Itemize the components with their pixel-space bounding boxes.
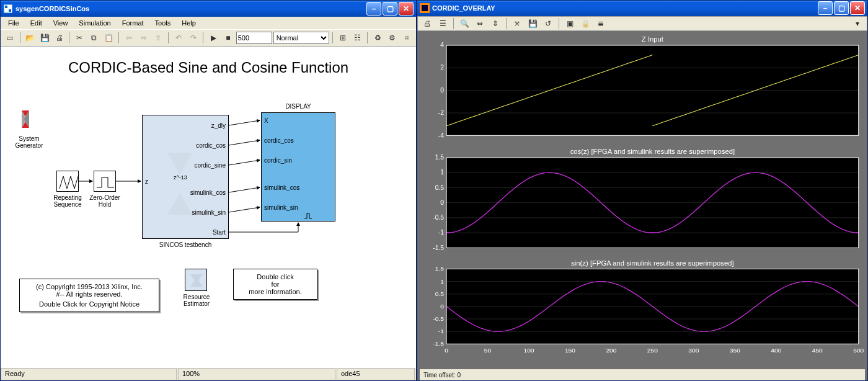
open-icon[interactable]: 📂	[24, 31, 37, 45]
svg-text:1.5: 1.5	[435, 154, 444, 161]
svg-text:300: 300	[688, 347, 699, 354]
svg-text:250: 250	[647, 347, 658, 354]
disp-in-ssin: simulink_sin	[264, 204, 298, 211]
undo-icon: ↶	[172, 31, 185, 45]
help-icon[interactable]: ▾	[851, 17, 864, 30]
menu-simulation[interactable]: Simulation	[74, 18, 115, 28]
zoom-in-icon[interactable]: 🔍	[458, 17, 471, 30]
titlebar-simulink[interactable]: sysgenCORDICSinCos – ▢ ✕	[1, 1, 416, 17]
scope-plot-2[interactable]: -1.5-1-0.500.511.5sin(z) [FPGA and simul…	[420, 258, 865, 369]
svg-text:150: 150	[565, 347, 576, 354]
model-canvas[interactable]: CORDIC-Based Sine and Cosine Function Sy…	[1, 47, 416, 367]
disp-in-ccos: cordic_cos	[264, 137, 294, 144]
stop-time-field[interactable]	[236, 32, 272, 44]
svg-text:2: 2	[440, 64, 444, 71]
zoom-x-icon[interactable]: ⇔	[473, 17, 487, 30]
autoscale-icon[interactable]: ⤧	[510, 17, 524, 30]
title-text: sysgenCORDICSinCos	[16, 5, 366, 12]
play-icon[interactable]: ▶	[206, 31, 220, 45]
copyright-note[interactable]: (c) Copyright 1995-2013 Xilinx, Inc. #--…	[19, 279, 159, 312]
svg-text:cos(z)     [FPGA and simulink : cos(z) [FPGA and simulink results are su…	[570, 147, 735, 155]
menu-tools[interactable]: Tools	[150, 18, 176, 28]
menu-format[interactable]: Format	[117, 18, 149, 28]
sincos-out-ssin: simulink_sin	[192, 209, 226, 216]
svg-text:1: 1	[440, 169, 444, 176]
zero-order-hold-block[interactable]	[94, 171, 116, 192]
trigger-icon	[304, 212, 312, 220]
scope-toolbar: 🖨 ☰ 🔍 ⇔ ⇕ ⤧ 💾 ↺ ▣ 🔒 ≣ ▾	[417, 16, 867, 31]
titlebar-scope[interactable]: CORDIC_OVERLAY – ▢ ✕	[417, 1, 867, 16]
status-solver: ode45	[337, 368, 415, 380]
more-info-note[interactable]: Double click for more information.	[233, 269, 317, 300]
model-explorer-icon[interactable]: ☷	[351, 31, 365, 45]
stop-icon[interactable]: ■	[221, 31, 235, 45]
disp-in-csin: cordic_sin	[264, 157, 292, 164]
scope-plot-0[interactable]: -4-2024Z Input	[420, 34, 865, 145]
new-icon[interactable]: ▭	[3, 31, 17, 45]
cut-icon[interactable]: ✂	[73, 31, 86, 45]
svg-text:-0.5: -0.5	[433, 214, 444, 221]
svg-text:0: 0	[440, 199, 444, 205]
signal-sel-icon[interactable]: ≣	[594, 17, 608, 30]
svg-text:sin(z)     [FPGA and simulink : sin(z) [FPGA and simulink results are su…	[571, 259, 733, 267]
info-line-1: Double click	[240, 273, 311, 280]
svg-text:200: 200	[606, 347, 617, 354]
scope-title-text: CORDIC_OVERLAY	[432, 4, 818, 12]
scope-plot-1[interactable]: -1.5-1-0.500.511.5cos(z) [FPGA and simul…	[420, 146, 865, 257]
info-line-2: for	[240, 280, 311, 288]
save-config-icon[interactable]: 💾	[526, 17, 539, 30]
display-block[interactable]: X cordic_cos cordic_sin simulink_cos sim…	[261, 112, 335, 222]
svg-text:0: 0	[440, 303, 444, 310]
svg-rect-11	[422, 5, 428, 11]
forward-icon: ⇨	[137, 31, 151, 45]
sincos-out-csin: cordic_sine	[194, 162, 226, 169]
toolbar: ▭ 📂 💾 🖨 ✂ ⧉ 📋 ⇦ ⇨ ⇧ ↶ ↷ ▶ ■ Normal ⊞	[1, 30, 416, 47]
refresh-icon[interactable]: ♻	[371, 31, 384, 45]
sincos-out-scos: simulink_cos	[190, 189, 226, 196]
statusbar: Ready 100% ode45	[1, 367, 416, 380]
resource-estimator-block[interactable]	[185, 269, 207, 291]
lib-browser-icon[interactable]: ⊞	[336, 31, 350, 45]
svg-line-8	[229, 187, 260, 192]
print-icon[interactable]: 🖨	[53, 31, 66, 45]
status-ready: Ready	[1, 368, 177, 380]
sincos-testbench-block[interactable]: z z^-13 z_dly cordic_cos cordic_sine sim…	[142, 115, 229, 239]
sincos-inner-text: z^-13	[174, 174, 187, 181]
menu-edit[interactable]: Edit	[25, 18, 47, 28]
svg-text:350: 350	[730, 347, 741, 354]
zoom-y-icon[interactable]: ⇕	[489, 17, 502, 30]
save-icon[interactable]: 💾	[38, 31, 51, 45]
minimize-button[interactable]: –	[366, 2, 381, 16]
sim-mode-select[interactable]: Normal	[273, 32, 329, 44]
menubar: File Edit View Simulation Format Tools H…	[1, 17, 416, 30]
system-generator-block[interactable]	[19, 108, 42, 130]
menu-file[interactable]: File	[3, 18, 24, 28]
menu-view[interactable]: View	[48, 18, 73, 28]
copyright-line-3: Double Click for Copyright Notice	[26, 300, 153, 308]
svg-text:-2: -2	[438, 109, 444, 116]
scope-app-icon	[420, 3, 430, 13]
build-icon[interactable]: ⚙	[386, 31, 399, 45]
svg-text:-1.5: -1.5	[433, 340, 444, 347]
menu-help[interactable]: Help	[177, 18, 201, 28]
params-icon[interactable]: ☰	[436, 17, 450, 30]
sincos-label: SINCOS testbench	[148, 241, 223, 248]
print-icon[interactable]: 🖨	[420, 17, 434, 30]
float-icon[interactable]: ▣	[563, 17, 577, 30]
sincos-out-ccos: cordic_cos	[196, 142, 226, 149]
paste-icon[interactable]: 📋	[102, 31, 116, 45]
scope-close-button[interactable]: ✕	[850, 1, 865, 15]
debug-icon[interactable]: ⌗	[400, 31, 414, 45]
svg-line-5	[229, 120, 260, 125]
copy-icon[interactable]: ⧉	[87, 31, 101, 45]
repeating-sequence-block[interactable]	[56, 171, 79, 192]
restore-icon[interactable]: ↺	[541, 17, 555, 30]
svg-text:-1.5: -1.5	[433, 244, 444, 251]
close-button[interactable]: ✕	[399, 2, 414, 16]
maximize-button[interactable]: ▢	[383, 2, 397, 16]
disp-in-scos: simulink_cos	[264, 184, 299, 191]
scope-minimize-button[interactable]: –	[818, 1, 833, 15]
sincos-out-start: Start	[213, 229, 226, 236]
scope-maximize-button[interactable]: ▢	[834, 1, 849, 15]
svg-text:-4: -4	[438, 132, 444, 138]
